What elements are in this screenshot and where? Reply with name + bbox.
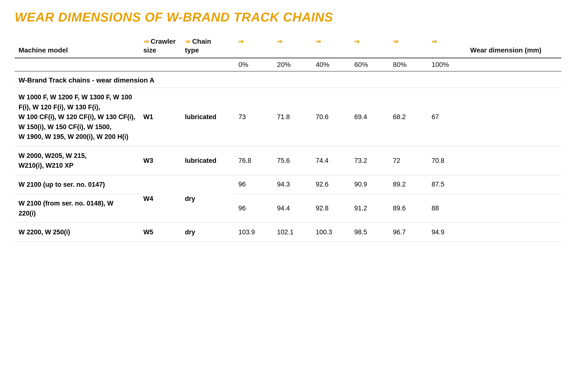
machine-model-cell: W 2100 (from ser. no. 0148), W220(i): [15, 194, 140, 223]
table-row: W 2100 (up to ser. no. 0147) W4 dry 96 9…: [15, 175, 561, 194]
crawler-size-cell: W1: [140, 88, 181, 147]
table-header-row-2: Machine model size type Wear dimension (…: [15, 46, 561, 58]
val-40pct: 92.6: [312, 175, 350, 194]
pct-weardim-empty: [466, 58, 561, 71]
section-header-row: W-Brand Track chains - wear dimension A: [15, 71, 561, 88]
table-header-row-1: ⇒ Crawler ⇒ Chain ⇒ ⇒ ⇒ ⇒ ⇒ ⇒: [15, 34, 561, 46]
pct-machine-empty: [15, 58, 140, 71]
arrow6-header: ⇒: [350, 34, 389, 46]
pct100-col-empty: [428, 46, 466, 58]
arrow2-header: ⇒ Chain: [181, 34, 234, 46]
val-0pct: 103.9: [234, 223, 273, 242]
pct60-col-empty: [350, 46, 389, 58]
pct40-col-empty: [312, 46, 350, 58]
val-80pct: 96.7: [389, 223, 428, 242]
val-60pct: 91.2: [350, 194, 389, 223]
arrow6-icon: ⇒: [354, 38, 360, 45]
wear-dim-empty-3: [466, 175, 561, 194]
machine-model-header: Machine model: [15, 46, 140, 58]
val-0pct: 76.8: [234, 146, 273, 175]
val-60pct: 69.4: [350, 88, 389, 147]
pct0-col-empty: [234, 46, 273, 58]
crawler-size-header: size: [140, 46, 181, 58]
wear-dim-empty-1: [466, 88, 561, 147]
machine-model-col-empty: [15, 34, 140, 46]
val-100pct: 70.8: [428, 146, 466, 175]
val-80pct: 89.6: [389, 194, 428, 223]
arrow3-icon: ⇒: [238, 38, 244, 45]
arrow7-header: ⇒: [389, 34, 428, 46]
arrow4-header: ⇒: [273, 34, 312, 46]
val-80pct: 72: [389, 146, 428, 175]
arrow8-header: ⇒: [428, 34, 466, 46]
val-20pct: 102.1: [273, 223, 312, 242]
val-100pct: 94.9: [428, 223, 466, 242]
table-row: W 2200, W 250(i) W5 dry 103.9 102.1 100.…: [15, 223, 561, 242]
val-60pct: 73.2: [350, 146, 389, 175]
crawler-size-cell: W5: [140, 223, 181, 242]
val-0pct: 96: [234, 194, 273, 223]
arrow2-icon: ⇒: [185, 38, 190, 45]
chain-type-header: type: [181, 46, 234, 58]
val-20pct: 94.3: [273, 175, 312, 194]
val-0pct: 73: [234, 88, 273, 147]
val-60pct: 90.9: [350, 175, 389, 194]
val-80pct: 68.2: [389, 88, 428, 147]
arrow8-icon: ⇒: [432, 38, 437, 45]
val-60pct: 98.5: [350, 223, 389, 242]
pct-chain-empty: [181, 58, 234, 71]
val-20pct: 71.8: [273, 88, 312, 147]
pct80-col-empty: [389, 46, 428, 58]
pct20-col-empty: [273, 46, 312, 58]
table-header-pct-row: 0% 20% 40% 60% 80% 100%: [15, 58, 561, 71]
crawler-label: Crawler: [150, 38, 176, 45]
val-20pct: 94.4: [273, 194, 312, 223]
pct20-header: 20%: [273, 58, 312, 71]
arrow3-header: ⇒: [234, 34, 273, 46]
chain-type-cell: lubricated: [181, 146, 234, 175]
chain-type-cell: lubricated: [181, 88, 234, 147]
val-40pct: 70.6: [312, 88, 350, 147]
machine-model-cell: W 2200, W 250(i): [15, 223, 140, 242]
val-40pct: 74.4: [312, 146, 350, 175]
pct60-header: 60%: [350, 58, 389, 71]
arrow4-icon: ⇒: [277, 38, 283, 45]
wear-dim-header: Wear dimension (mm): [466, 46, 561, 58]
chain-label: Chain: [192, 38, 211, 45]
pct100-header: 100%: [428, 58, 466, 71]
arrow7-icon: ⇒: [393, 38, 398, 45]
arrow5-header: ⇒: [312, 34, 350, 46]
table-row: W 1000 F, W 1200 F, W 1300 F, W 100 F(i)…: [15, 88, 561, 147]
val-100pct: 88: [428, 194, 466, 223]
arrow1-icon: ⇒: [144, 38, 149, 45]
machine-model-cell: W 2000, W205, W 215, W210(i), W210 XP: [15, 146, 140, 175]
wear-dim-empty-5: [466, 223, 561, 242]
val-100pct: 87.5: [428, 175, 466, 194]
table-row: W 2100 (from ser. no. 0148), W220(i) 96 …: [15, 194, 561, 223]
pct40-header: 40%: [312, 58, 350, 71]
chain-type-cell: dry: [181, 175, 234, 223]
crawler-size-cell: W3: [140, 146, 181, 175]
pct80-header: 80%: [389, 58, 428, 71]
wear-dim-empty-4: [466, 194, 561, 223]
machine-model-cell: W 2100 (up to ser. no. 0147): [15, 175, 140, 194]
chain-type-cell: dry: [181, 223, 234, 242]
arrow1-header: ⇒ Crawler: [140, 34, 181, 46]
pct0-header: 0%: [234, 58, 273, 71]
wear-dim-empty-2: [466, 146, 561, 175]
page-title: WEAR DIMENSIONS OF W-BRAND TRACK CHAINS: [15, 10, 561, 24]
pct-crawler-empty: [140, 58, 181, 71]
val-20pct: 75.6: [273, 146, 312, 175]
wear-dim-col-empty: [466, 34, 561, 46]
val-40pct: 92.8: [312, 194, 350, 223]
val-100pct: 67: [428, 88, 466, 147]
table-row: W 2000, W205, W 215, W210(i), W210 XP W3…: [15, 146, 561, 175]
wear-dimensions-table: ⇒ Crawler ⇒ Chain ⇒ ⇒ ⇒ ⇒ ⇒ ⇒: [15, 34, 561, 242]
arrow5-icon: ⇒: [316, 38, 321, 45]
crawler-size-cell: W4: [140, 175, 181, 223]
val-80pct: 89.2: [389, 175, 428, 194]
section-header-cell: W-Brand Track chains - wear dimension A: [15, 71, 561, 88]
val-40pct: 100.3: [312, 223, 350, 242]
val-0pct: 96: [234, 175, 273, 194]
machine-model-cell: W 1000 F, W 1200 F, W 1300 F, W 100 F(i)…: [15, 88, 140, 147]
